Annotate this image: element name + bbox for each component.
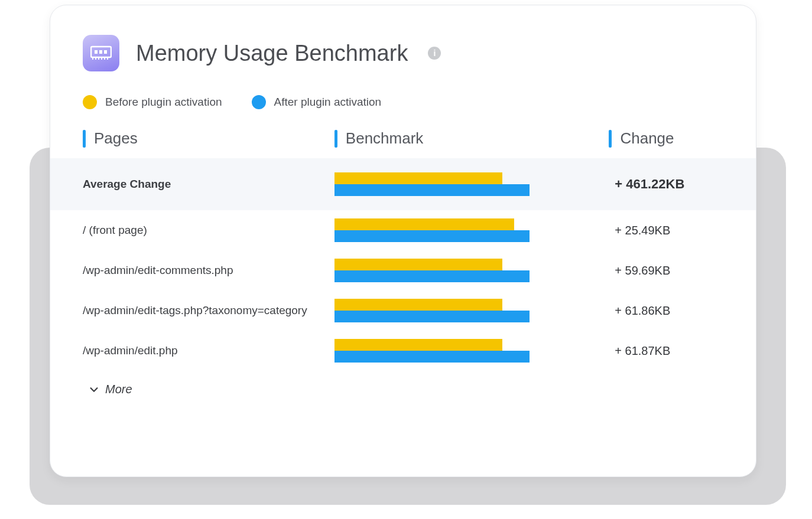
change-value: + 461.22KB: [609, 177, 723, 192]
page-title: Memory Usage Benchmark: [136, 41, 408, 66]
accent-bar: [609, 130, 612, 148]
more-button[interactable]: More: [50, 371, 756, 396]
table-row: /wp-admin/edit.php+ 61.87KB: [50, 331, 756, 371]
accent-bar: [83, 130, 86, 148]
table-row: / (front page)+ 25.49KB: [50, 210, 756, 250]
page-label: /wp-admin/edit-tags.php?taxonomy=categor…: [83, 303, 334, 319]
change-value: + 59.69KB: [609, 264, 723, 278]
page-label: / (front page): [83, 223, 334, 239]
info-icon[interactable]: i: [428, 47, 441, 60]
col-header-change: Change: [609, 129, 723, 148]
bar-after: [334, 351, 530, 363]
page-label: Average Change: [83, 177, 334, 192]
memory-chip-icon: [83, 35, 119, 71]
benchmark-bars: [334, 339, 609, 363]
benchmark-card: Memory Usage Benchmark i Before plugin a…: [50, 5, 756, 477]
more-label: More: [105, 383, 132, 396]
svg-rect-1: [95, 50, 98, 54]
benchmark-bars: [334, 172, 609, 196]
bar-after: [334, 184, 530, 196]
col-header-pages: Pages: [83, 129, 334, 148]
table-row: /wp-admin/edit-comments.php+ 59.69KB: [50, 250, 756, 290]
bar-before: [334, 299, 502, 311]
bar-after: [334, 311, 530, 322]
legend-label-after: After plugin activation: [274, 96, 382, 109]
legend-dot-before: [83, 95, 97, 109]
card-header: Memory Usage Benchmark i: [50, 35, 756, 71]
benchmark-bars: [334, 218, 609, 242]
bar-after: [334, 230, 530, 242]
page-label: /wp-admin/edit-comments.php: [83, 263, 334, 279]
change-value: + 25.49KB: [609, 224, 723, 237]
svg-rect-2: [99, 50, 102, 54]
rows-container: Average Change+ 461.22KB/ (front page)+ …: [50, 158, 756, 371]
col-label-pages: Pages: [94, 129, 138, 148]
benchmark-bars: [334, 259, 609, 282]
legend-dot-after: [252, 95, 266, 109]
svg-rect-3: [104, 50, 107, 54]
legend-label-before: Before plugin activation: [105, 96, 222, 109]
bar-before: [334, 172, 502, 184]
col-header-benchmark: Benchmark: [334, 129, 609, 148]
change-value: + 61.87KB: [609, 344, 723, 358]
legend-after: After plugin activation: [252, 95, 382, 109]
col-label-change: Change: [620, 129, 674, 148]
page-label: /wp-admin/edit.php: [83, 343, 334, 359]
table-row: /wp-admin/edit-tags.php?taxonomy=categor…: [50, 290, 756, 331]
legend: Before plugin activation After plugin ac…: [50, 95, 756, 109]
legend-before: Before plugin activation: [83, 95, 222, 109]
bar-before: [334, 339, 502, 351]
bar-after: [334, 270, 530, 282]
col-label-benchmark: Benchmark: [346, 129, 424, 148]
column-headers: Pages Benchmark Change: [50, 129, 756, 148]
benchmark-bars: [334, 299, 609, 322]
bar-before: [334, 259, 502, 270]
bar-before: [334, 218, 514, 230]
change-value: + 61.86KB: [609, 304, 723, 318]
table-row: Average Change+ 461.22KB: [50, 158, 756, 210]
accent-bar: [334, 130, 337, 148]
chevron-down-icon: [89, 384, 99, 395]
